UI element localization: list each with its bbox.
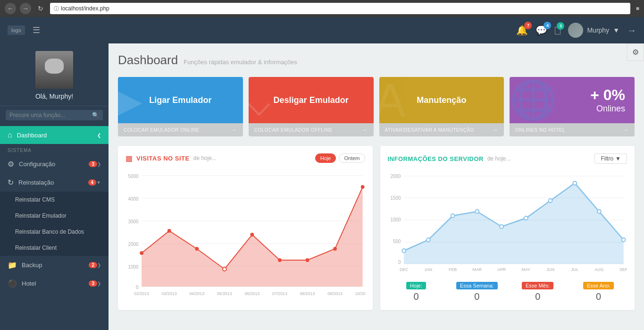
bell-button[interactable]: 🔔 7 bbox=[516, 25, 528, 36]
visits-btn-group: Hoje Ontem bbox=[315, 153, 365, 163]
settings-gear-button[interactable]: ⚙ bbox=[627, 43, 644, 61]
card-label-ligar: Ligar Emulador bbox=[149, 95, 211, 105]
search-input[interactable] bbox=[9, 112, 92, 118]
svg-text:04/2013: 04/2013 bbox=[189, 291, 204, 296]
svg-text:2000: 2000 bbox=[128, 242, 139, 247]
refresh-button[interactable]: ↻ bbox=[35, 3, 46, 14]
arrow-icon4: → bbox=[622, 126, 629, 134]
svg-text:2000: 2000 bbox=[390, 174, 401, 179]
svg-text:1000: 1000 bbox=[390, 217, 401, 222]
svg-point-48 bbox=[548, 199, 552, 203]
page-subtitle: Funções rápidas emulador & informações bbox=[184, 59, 297, 66]
lock-icon: ⓘ bbox=[54, 5, 59, 12]
filter-button[interactable]: Filtro ▼ bbox=[594, 153, 627, 164]
svg-text:3000: 3000 bbox=[128, 219, 139, 224]
sidebar-nav: ⌂ Dashboard ❮ SISTEMA ⚙ Configuração 3 ❯… bbox=[0, 124, 109, 295]
charts-row: ▩ VISITAS NO SITE de hoje... Hoje Ontem … bbox=[118, 146, 635, 310]
forward-button[interactable]: → bbox=[20, 3, 31, 14]
svg-text:07/2013: 07/2013 bbox=[272, 291, 287, 296]
user-menu[interactable]: Murphy ▼ bbox=[568, 23, 619, 38]
svg-text:02/2013: 02/2013 bbox=[134, 291, 149, 296]
svg-text:JAN: JAN bbox=[424, 267, 432, 272]
sidebar-item-label: Hotel bbox=[22, 280, 89, 287]
folder-icon: 📁 bbox=[8, 261, 17, 270]
svg-text:05/2013: 05/2013 bbox=[217, 291, 232, 296]
sidebar-item-reinstall-cms[interactable]: Reinstalar CMS bbox=[0, 192, 109, 208]
stat-today: Hoje: 0 bbox=[388, 281, 445, 302]
hamburger-button[interactable]: ☰ bbox=[33, 25, 40, 35]
stat-week: Essa Semana: 0 bbox=[448, 281, 505, 302]
top-nav: logo ☰ 🔔 7 💬 4 ⎕ 3 Murphy ▼ → bbox=[0, 17, 644, 43]
hotel-badge: 3 bbox=[89, 280, 97, 287]
svg-point-17 bbox=[250, 233, 254, 237]
hotel-icon: ⚫ bbox=[8, 279, 17, 288]
svg-text:0: 0 bbox=[398, 260, 401, 265]
stat-year-badge: Esse Ano: bbox=[583, 282, 614, 289]
card-label-manutencao: Manutenção bbox=[417, 95, 466, 105]
svg-point-18 bbox=[278, 258, 282, 262]
card-onlines[interactable]: 🌐 + 0% Onlines ONLINES NO HOTEL → bbox=[510, 77, 635, 136]
back-button[interactable]: ← bbox=[5, 3, 16, 14]
svg-point-20 bbox=[333, 247, 337, 251]
card-ligar-emulador[interactable]: ▶ Ligar Emulador COLOCAR EMULADOR ONLINE… bbox=[118, 77, 243, 136]
svg-text:JUN: JUN bbox=[546, 267, 554, 272]
svg-marker-41 bbox=[404, 183, 624, 264]
svg-point-51 bbox=[621, 238, 625, 242]
svg-point-44 bbox=[451, 214, 454, 218]
visits-chart-card: ▩ VISITAS NO SITE de hoje... Hoje Ontem … bbox=[118, 146, 373, 310]
svg-point-16 bbox=[223, 267, 226, 271]
svg-text:DEC: DEC bbox=[399, 267, 408, 272]
app-layout: Olá, Murphy! 🔍 ⌂ Dashboard ❮ SISTEMA ⚙ C… bbox=[0, 43, 644, 330]
svg-point-49 bbox=[573, 181, 577, 185]
power-icon-bg: ⌵ bbox=[249, 77, 272, 123]
card-onlines-label: Onlines bbox=[596, 104, 625, 114]
sidebar-profile: Olá, Murphy! bbox=[0, 43, 109, 106]
card-footer-manutencao: ATIVAR/DESATIVAR A MANUTENÇÃO bbox=[385, 127, 474, 133]
url-bar[interactable]: ⓘ localhost/index.php bbox=[50, 3, 630, 14]
bell-badge: 7 bbox=[524, 22, 532, 29]
sidebar-item-label: Backup bbox=[22, 262, 89, 269]
sidebar-item-dashboard[interactable]: ⌂ Dashboard ❮ bbox=[0, 126, 109, 144]
chat-button[interactable]: 💬 4 bbox=[535, 25, 547, 36]
sidebar-submenu-reinstall: Reinstalar CMS Reinstalar Emulador Reins… bbox=[0, 192, 109, 256]
visits-chart-svg: 5000 4000 3000 2000 1000 0 bbox=[125, 169, 365, 303]
maintenance-icon-bg: A bbox=[379, 77, 406, 123]
top-nav-right: 🔔 7 💬 4 ⎕ 3 Murphy ▼ → bbox=[516, 23, 636, 38]
svg-point-21 bbox=[361, 185, 365, 189]
sidebar-item-config[interactable]: ⚙ Configuração 3 ❯ bbox=[0, 155, 109, 173]
sidebar-search[interactable]: 🔍 bbox=[6, 110, 103, 120]
sidebar-item-reinstall-emulator[interactable]: Reinstalar Emulador bbox=[0, 208, 109, 224]
today-button[interactable]: Hoje bbox=[315, 153, 336, 163]
svg-text:MAY: MAY bbox=[521, 267, 530, 272]
svg-text:MAR: MAR bbox=[472, 267, 481, 272]
logout-button[interactable]: → bbox=[627, 25, 636, 36]
sidebar-item-reinstall[interactable]: ↻ Reinstalação 4 ▼ bbox=[0, 173, 109, 192]
card-footer-desligar: COLOCAR EMULADOR OFFLINE bbox=[254, 127, 333, 133]
reinstall-badge: 4 bbox=[88, 179, 97, 186]
profile-avatar bbox=[35, 51, 73, 89]
keyboard-button[interactable]: ⎕ 3 bbox=[555, 25, 560, 36]
sidebar-item-label: Reinstalar Emulador bbox=[15, 212, 101, 219]
yesterday-button[interactable]: Ontem bbox=[339, 153, 365, 163]
server-chart-subtitle: de hoje... bbox=[487, 155, 510, 162]
svg-text:4000: 4000 bbox=[128, 196, 139, 202]
stat-year-value: 0 bbox=[570, 291, 627, 302]
user-name: Murphy bbox=[587, 26, 609, 34]
sidebar-item-reinstall-db[interactable]: Reinstalar Banco de Dados bbox=[0, 224, 109, 240]
card-manutencao[interactable]: A Manutenção ATIVAR/DESATIVAR A MANUTENÇ… bbox=[379, 77, 504, 136]
svg-text:500: 500 bbox=[393, 239, 401, 244]
sidebar-item-reinstall-client[interactable]: Reinstalar Client bbox=[0, 240, 109, 256]
user-avatar bbox=[568, 23, 583, 38]
sidebar-item-hotel[interactable]: ⚫ Hotel 3 ❯ bbox=[0, 274, 109, 293]
card-desligar-emulador[interactable]: ⌵ Desligar Emulador COLOCAR EMULADOR OFF… bbox=[249, 77, 374, 136]
profile-greeting: Olá, Murphy! bbox=[35, 93, 73, 100]
home-icon: ⌂ bbox=[8, 131, 12, 139]
stat-month-badge: Esse Mês: bbox=[522, 282, 553, 289]
svg-text:1500: 1500 bbox=[390, 195, 401, 201]
svg-point-13 bbox=[140, 251, 143, 255]
sidebar-item-backup[interactable]: 📁 Backup 2 ❯ bbox=[0, 256, 109, 274]
arrow-icon: → bbox=[230, 126, 237, 134]
reinstall-icon: ↻ bbox=[8, 178, 14, 187]
svg-text:AUG: AUG bbox=[594, 267, 603, 272]
keyboard-badge: 3 bbox=[557, 22, 564, 30]
